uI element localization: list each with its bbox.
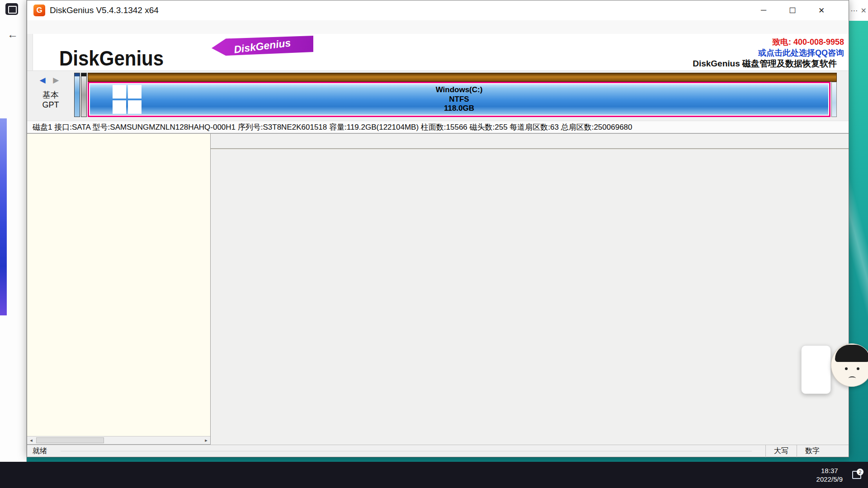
partition-name: Windows(C:) [436, 85, 483, 95]
status-text: 就绪 [27, 446, 47, 456]
disk-type-gpt: GPT [42, 100, 59, 110]
numlock-indicator: 数字 [797, 445, 828, 457]
banner-subtitle: DiskGenius 磁盘管理及数据恢复软件 [693, 58, 837, 70]
clock-date: 2022/5/9 [816, 475, 843, 484]
partition-fs: NTFS [436, 95, 483, 104]
disk-tree-panel: ◂ ▸ [27, 133, 211, 445]
diskgenius-window: DiskGenius V5.4.3.1342 x64 ─ ☐ ✕ DiskGen… [27, 0, 849, 457]
diskgenius-logo-icon [33, 5, 45, 16]
notification-badge: 2 [857, 469, 863, 475]
banner-ribbon: DiskGenius [212, 36, 313, 56]
banner-brand-text: DiskGenius [59, 47, 164, 70]
partition-detail-panel [211, 133, 849, 445]
close-icon[interactable]: ✕ [860, 6, 866, 15]
maximize-button[interactable]: ☐ [778, 0, 807, 20]
table-header [211, 148, 849, 149]
banner-qq-link[interactable]: 或点击此处选择QQ咨询 [758, 47, 844, 58]
close-button[interactable]: ✕ [807, 0, 836, 20]
background-gradient-strip [0, 118, 7, 315]
scroll-right-arrow[interactable]: ▸ [202, 436, 210, 444]
prev-disk-arrow[interactable]: ◀ [40, 76, 48, 84]
disk-header-band [88, 73, 837, 82]
taskbar-clock[interactable]: 18:37 2022/5/9 [810, 466, 849, 484]
tree-horizontal-scrollbar[interactable]: ◂ ▸ [27, 436, 210, 444]
caps-indicator: 大写 [765, 445, 797, 457]
scrollbar-thumb[interactable] [36, 437, 104, 443]
windows-logo-icon [113, 85, 142, 114]
taskbar: 18:37 2022/5/9 2 [0, 462, 868, 488]
filesystem-details [211, 152, 849, 445]
more-icon[interactable]: ⋯ [850, 6, 858, 15]
back-arrow-icon[interactable]: ← [7, 28, 18, 41]
ime-toolbar[interactable] [801, 345, 831, 394]
re-tools-partition-block[interactable] [831, 82, 837, 117]
title-bar: DiskGenius V5.4.3.1342 x64 ─ ☐ ✕ [27, 0, 849, 20]
background-window: ← [0, 0, 27, 462]
minimize-button[interactable]: ─ [749, 0, 778, 20]
next-disk-arrow[interactable]: ▶ [53, 76, 61, 84]
windows-c-partition-block[interactable]: Windows(C:) NTFS 118.0GB [88, 82, 830, 117]
action-center-button[interactable]: 2 [849, 471, 864, 479]
disk-type-basic: 基本 [42, 89, 59, 100]
clock-time: 18:37 [816, 466, 843, 475]
background-window-controls: ⋯ ✕ [849, 0, 868, 21]
banner-phone: 致电: 400-008-9958 [772, 37, 844, 47]
promo-banner[interactable]: DiskGenius DiskGenius 致电: 400-008-9958 或… [33, 34, 849, 70]
desktop-edge: ⋯ ✕ [849, 0, 868, 462]
toolbar: DiskGenius DiskGenius 致电: 400-008-9958 或… [27, 34, 849, 71]
msr-partition-block[interactable] [81, 73, 87, 117]
menu-bar [27, 20, 849, 34]
disk-graph-panel: ◀ ▶ 基本 GPT Windows(C:) NTFS 118.0GB [27, 71, 849, 121]
disk-info-line: 磁盘1 接口:SATA 型号:SAMSUNGMZNLN128HAHQ-000H1… [27, 121, 849, 133]
status-bar: 就绪 大写 数字 [27, 445, 849, 457]
tab-strip [211, 134, 849, 148]
background-app-icon [5, 3, 18, 15]
window-title: DiskGenius V5.4.3.1342 x64 [50, 5, 159, 15]
esp-partition-block[interactable] [74, 73, 80, 117]
partition-size: 118.0GB [436, 104, 483, 113]
scroll-left-arrow[interactable]: ◂ [27, 436, 35, 444]
mascot-sticker [831, 343, 868, 387]
